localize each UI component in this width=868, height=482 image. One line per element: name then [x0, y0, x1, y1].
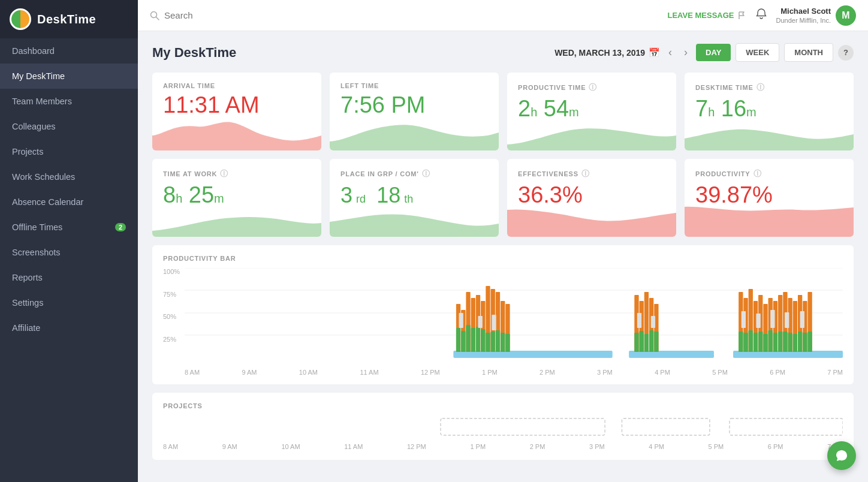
- svg-rect-75: [807, 332, 812, 352]
- time-at-work-label: TIME AT WORK ⓘ: [163, 168, 311, 179]
- desktime-time-info-icon[interactable]: ⓘ: [757, 82, 765, 93]
- arrival-time-chart: [152, 118, 321, 150]
- svg-rect-56: [758, 332, 762, 352]
- sidebar-badge-offline-times: 2: [115, 223, 126, 231]
- projects-time-labels: 8 AM 9 AM 10 AM 11 AM 12 PM 1 PM 2 PM 3 …: [163, 443, 843, 450]
- day-view-button[interactable]: DAY: [696, 44, 731, 61]
- sidebar-logo[interactable]: DeskTime: [0, 0, 138, 38]
- svg-rect-29: [501, 333, 505, 352]
- svg-rect-24: [486, 333, 490, 352]
- sidebar-item-label-work-schedules: Work Schedules: [12, 172, 75, 182]
- productive-time-card: PRODUCTIVE TIME ⓘ 2h 54m: [507, 73, 676, 150]
- svg-rect-78: [770, 310, 774, 328]
- productivity-bar-title: PRODUCTIVITY BAR: [163, 255, 843, 262]
- logo-icon: [10, 8, 31, 30]
- user-info[interactable]: Michael Scott Dunder Mifflin, Inc. M: [776, 5, 856, 26]
- user-name: Michael Scott: [776, 7, 831, 17]
- sidebar-item-affiliate[interactable]: Affiliate: [0, 315, 138, 341]
- sidebar-item-label-offline-times: Offline Times: [12, 222, 62, 232]
- leave-message-button[interactable]: LEAVE MESSAGE: [667, 11, 747, 20]
- metrics-row1: ARRIVAL TIME 11:31 AM LEFT TIME 7:56 PM: [152, 73, 854, 150]
- svg-rect-76: [742, 311, 746, 328]
- projects-chart-area: 8 AM 9 AM 10 AM 11 AM 12 PM 1 PM 2 PM 3 …: [163, 415, 843, 451]
- left-time-value: 7:56 PM: [340, 93, 488, 118]
- desktime-time-chart: [685, 118, 854, 150]
- effectiveness-info-icon[interactable]: ⓘ: [581, 168, 590, 179]
- week-view-button[interactable]: WEEK: [736, 43, 779, 62]
- productivity-bar-section: PRODUCTIVITY BAR 100% 75% 50% 25%: [152, 245, 854, 384]
- month-view-button[interactable]: MONTH: [784, 43, 833, 62]
- sidebar-item-label-my-desktime: My DeskTime: [12, 71, 65, 81]
- desktime-time-card: DESKTIME TIME ⓘ 7h 16m: [685, 73, 854, 150]
- sidebar-item-label-settings: Settings: [12, 298, 43, 308]
- help-button[interactable]: ?: [838, 45, 854, 61]
- effectiveness-chart: [507, 204, 676, 237]
- arrival-time-card: ARRIVAL TIME 11:31 AM: [152, 73, 321, 150]
- svg-rect-37: [634, 333, 638, 352]
- place-in-grp-card: PLACE IN GRP / COM' ⓘ 3rd 18th: [330, 159, 499, 237]
- svg-rect-81: [441, 418, 605, 435]
- projects-title: PROJECTS: [163, 402, 843, 409]
- svg-rect-57: [763, 334, 767, 352]
- sidebar-item-label-screenshots: Screenshots: [12, 248, 61, 257]
- sidebar-item-offline-times[interactable]: Offline Times2: [0, 215, 138, 240]
- left-time-card: LEFT TIME 7:56 PM: [330, 73, 499, 150]
- sidebar-item-settings[interactable]: Settings: [0, 290, 138, 315]
- sidebar-item-label-projects: Projects: [12, 147, 43, 156]
- svg-rect-80: [800, 311, 804, 328]
- svg-rect-68: [788, 333, 792, 352]
- svg-rect-32: [478, 316, 483, 328]
- logo-text: DeskTime: [37, 13, 96, 26]
- sidebar-item-my-desktime[interactable]: My DeskTime: [0, 64, 138, 89]
- time-labels: 8 AM 9 AM 10 AM 11 AM 12 PM 1 PM 2 PM 3 …: [185, 362, 843, 376]
- svg-rect-13: [461, 331, 465, 352]
- productivity-chart-area: 100% 75% 50% 25%: [163, 268, 843, 376]
- date-navigation: WED, MARCH 13, 2019 📅 ‹ › DAY WEEK MONTH…: [554, 43, 854, 62]
- svg-rect-61: [768, 330, 773, 352]
- time-at-work-card: TIME AT WORK ⓘ 8h 25m: [152, 159, 321, 237]
- sidebar-item-dashboard[interactable]: Dashboard: [0, 38, 138, 64]
- svg-rect-31: [459, 313, 463, 328]
- svg-rect-73: [798, 332, 802, 352]
- svg-rect-67: [783, 332, 787, 352]
- calendar-icon[interactable]: 📅: [649, 47, 660, 58]
- search-area[interactable]: [150, 10, 660, 20]
- time-at-work-info-icon[interactable]: ⓘ: [220, 168, 228, 179]
- chat-button[interactable]: [827, 441, 856, 470]
- sidebar-item-colleagues[interactable]: Colleagues: [0, 114, 138, 139]
- arrival-time-label: ARRIVAL TIME: [163, 82, 311, 89]
- leave-message-label: LEAVE MESSAGE: [667, 11, 734, 20]
- sidebar-item-projects[interactable]: Projects: [0, 139, 138, 164]
- sidebar-item-screenshots[interactable]: Screenshots: [0, 240, 138, 265]
- svg-rect-45: [651, 316, 655, 328]
- sidebar-item-work-schedules[interactable]: Work Schedules: [0, 164, 138, 189]
- current-date: WED, MARCH 13, 2019 📅: [554, 47, 660, 58]
- productivity-info-icon[interactable]: ⓘ: [754, 168, 762, 179]
- svg-rect-43: [654, 332, 658, 352]
- left-time-chart: [330, 118, 499, 150]
- place-in-grp-label: PLACE IN GRP / COM' ⓘ: [340, 168, 488, 179]
- sidebar-item-absence-calendar[interactable]: Absence Calendar: [0, 189, 138, 215]
- sidebar-item-reports[interactable]: Reports: [0, 265, 138, 290]
- svg-rect-30: [505, 334, 510, 352]
- next-date-button[interactable]: ›: [680, 45, 691, 60]
- search-input[interactable]: [164, 10, 272, 20]
- svg-rect-14: [466, 325, 470, 352]
- productive-time-info-icon[interactable]: ⓘ: [589, 82, 597, 93]
- search-icon: [150, 11, 159, 20]
- productivity-chart: [685, 204, 854, 237]
- page-title: My DeskTime: [152, 45, 546, 61]
- prev-date-button[interactable]: ‹: [665, 45, 676, 60]
- main-area: LEAVE MESSAGE Michael Scott Dunder Miffl…: [138, 0, 868, 482]
- arrival-time-value: 11:31 AM: [163, 93, 311, 118]
- page-header: My DeskTime WED, MARCH 13, 2019 📅 ‹ › DA…: [152, 43, 854, 62]
- sidebar-item-label-absence-calendar: Absence Calendar: [12, 197, 83, 207]
- svg-rect-12: [456, 328, 460, 352]
- svg-rect-25: [491, 332, 495, 352]
- sidebar-item-team-members[interactable]: Team Members: [0, 89, 138, 114]
- svg-rect-49: [739, 332, 743, 352]
- place-in-grp-info-icon[interactable]: ⓘ: [422, 168, 430, 179]
- bell-icon[interactable]: [755, 8, 767, 23]
- svg-rect-83: [730, 418, 843, 435]
- svg-rect-38: [640, 331, 644, 352]
